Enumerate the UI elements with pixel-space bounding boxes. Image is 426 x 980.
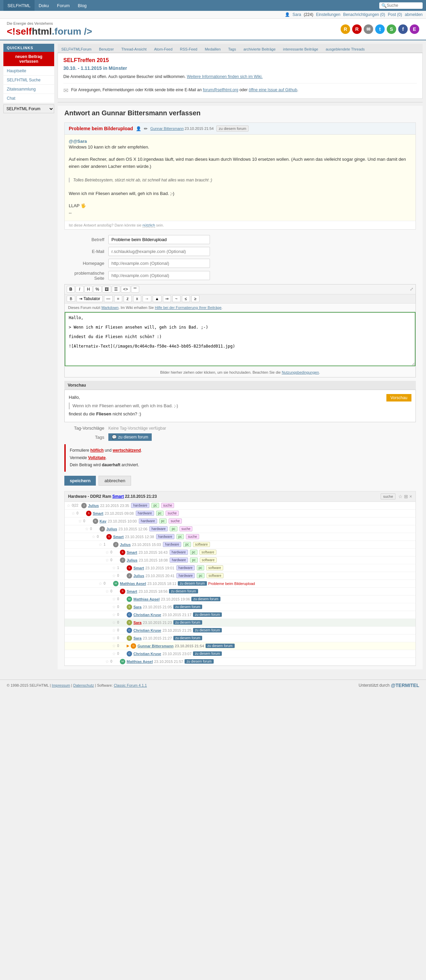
wiki-link[interactable]: Weitere Informationen finden sich im Wik… [187, 74, 263, 79]
star-11[interactable]: ☆ [105, 589, 109, 594]
thread-author-link[interactable]: Smart [112, 494, 124, 499]
sidebar-link-search[interactable]: SELFHTML Suche [3, 76, 54, 85]
cancel-button[interactable]: abbrechen [98, 476, 131, 485]
toolbar-percent[interactable]: % [93, 286, 101, 293]
user-1[interactable]: Smart [93, 511, 103, 515]
toolbar-quote[interactable]: "" [131, 286, 139, 293]
vollzitate-link[interactable]: Vollzitate [88, 455, 106, 460]
toolbar-tab[interactable]: ⇥ Tabulator [76, 295, 102, 302]
tag-suche-2[interactable]: suche [169, 519, 182, 523]
user-15[interactable]: Sara [133, 620, 141, 625]
tag-pc-5[interactable]: pc [183, 542, 191, 547]
user-17[interactable]: Sara [133, 636, 141, 640]
star-2[interactable]: ☆ [78, 519, 82, 523]
social-fb[interactable]: f [398, 24, 408, 34]
tag-pc-4[interactable]: pc [176, 534, 184, 539]
tag-pc-6[interactable]: pc [190, 550, 198, 555]
logout-link[interactable]: abmelden [405, 12, 423, 17]
user-11[interactable]: Smart [127, 589, 137, 593]
tab-archived[interactable]: archivierte Beiträge [240, 45, 279, 53]
star-4[interactable]: ☆ [92, 535, 95, 539]
tab-hidden[interactable]: ausgeblendete Threads [322, 45, 369, 53]
expand-icon[interactable]: ⤢ [410, 286, 413, 292]
post-link[interactable]: Post (0) [388, 12, 402, 17]
star-13[interactable]: ☆ [112, 605, 116, 609]
datenschutz-link[interactable]: Datenschutz [73, 683, 94, 687]
social-mail[interactable]: ✉ [364, 24, 373, 34]
toolbar-image[interactable]: 🖼 [102, 286, 111, 293]
social-green[interactable]: S [387, 24, 396, 34]
preview-button[interactable]: Vorschau [386, 394, 412, 401]
forum-btn-19[interactable]: zu diesem forum [193, 651, 222, 656]
tag-pc-9[interactable]: pc [197, 573, 204, 578]
user-18[interactable]: Gunnar Bittersmann [138, 644, 173, 648]
star-16[interactable]: ☆ [112, 628, 116, 633]
wertschaetzend-link[interactable]: wertschätzend [113, 448, 141, 453]
forum-btn-10[interactable]: zu diesem forum [178, 581, 207, 585]
tag-suche-0[interactable]: suche [161, 503, 174, 508]
thread-search-btn[interactable]: suche [381, 493, 395, 500]
tag-pc-1[interactable]: pc [156, 511, 164, 516]
tag-software-6[interactable]: software [200, 550, 216, 555]
tag-pc-3[interactable]: pc [169, 526, 177, 531]
nutzung-link[interactable]: Nutzungsbedingungen [282, 370, 319, 374]
forum-select[interactable]: SELFHTML Forum [3, 105, 54, 113]
star-7[interactable]: ☆ [105, 558, 109, 563]
thread-icon-collapse[interactable]: × [409, 494, 412, 499]
star-9[interactable]: ☆ [112, 573, 116, 578]
tag-hardware-4[interactable]: hardware [156, 534, 174, 539]
new-post-button[interactable]: neuen Beitrag verfassen [3, 52, 54, 66]
star-1[interactable]: ☆ [71, 511, 75, 516]
star-3[interactable]: ☆ [85, 527, 89, 531]
star-15[interactable]: ☆ [112, 620, 116, 625]
star-6[interactable]: ☆ [105, 550, 109, 555]
tag-hardware-7[interactable]: hardware [169, 557, 188, 563]
tag-hardware-9[interactable]: hardware [176, 573, 195, 578]
user-4[interactable]: Smart [113, 535, 124, 539]
toolbar-tilde[interactable]: ~ [173, 295, 181, 302]
email-input[interactable] [108, 247, 210, 256]
star-12[interactable]: ☆ [112, 597, 116, 601]
social-rss2[interactable]: R [352, 24, 362, 34]
sidebar-link-home[interactable]: Hauptseite [3, 67, 54, 76]
tab-tags[interactable]: Tags [225, 45, 240, 53]
star-14[interactable]: ☆ [112, 612, 116, 617]
tab-interesting[interactable]: interessante Beiträge [279, 45, 322, 53]
user-5[interactable]: Julius [120, 542, 131, 547]
impressum-link[interactable]: Impressum [52, 683, 70, 687]
toolbar-heading[interactable]: H [84, 286, 92, 293]
toolbar-dash[interactable]: — [104, 295, 113, 302]
user-12[interactable]: Matthias Apsel [133, 597, 160, 601]
tag-pc-2[interactable]: pc [159, 519, 167, 523]
nav-selfhtml[interactable]: SELFHTML [3, 0, 35, 11]
forum-btn-16[interactable]: zu diesem forum [193, 628, 222, 632]
nav-blog[interactable]: Blog [74, 0, 91, 11]
star-18[interactable]: ☆ [112, 644, 116, 648]
markdown-link[interactable]: Markdown [101, 305, 119, 310]
toolbar-arrow-up[interactable]: ▲ [153, 295, 162, 302]
tag-software-5[interactable]: software [193, 542, 210, 547]
toolbar-geq[interactable]: ≥ [191, 295, 200, 302]
star-0[interactable]: ☆ [67, 503, 70, 508]
forum-btn-13[interactable]: zu diesem forum [173, 605, 203, 609]
thread-icon-expand[interactable]: ⊞ [404, 494, 408, 499]
tag-hardware-2[interactable]: hardware [139, 519, 157, 523]
tag-hardware-8[interactable]: hardware [176, 565, 195, 570]
tag-hardware-5[interactable]: hardware [163, 542, 181, 547]
user-20[interactable]: Matthias Apsel [127, 660, 153, 663]
user-14[interactable]: Christian Kruse [133, 613, 161, 617]
tab-threads[interactable]: Thread-Ansicht [117, 45, 150, 53]
forum-tags-button[interactable]: 💬 zu diesem forum [108, 433, 152, 441]
tag-pc-8[interactable]: pc [197, 565, 204, 570]
software-link[interactable]: Classic Forum 4.1.1 [114, 683, 147, 687]
user-link[interactable]: Sara [293, 12, 301, 17]
tag-software-7[interactable]: software [200, 557, 217, 563]
tag-software-8[interactable]: software [206, 565, 223, 570]
markdown-toggle[interactable]: B [67, 296, 75, 302]
thread-icon-star[interactable]: ☆ [398, 494, 403, 499]
toolbar-leq[interactable]: ≤ [182, 295, 190, 302]
mail-link1[interactable]: forum@selfhtml.org [203, 88, 238, 92]
toolbar-arrow-right[interactable]: → [143, 295, 151, 302]
tab-forum[interactable]: SELFHTMLForum [57, 45, 95, 53]
toolbar-italic[interactable]: I [76, 286, 84, 293]
